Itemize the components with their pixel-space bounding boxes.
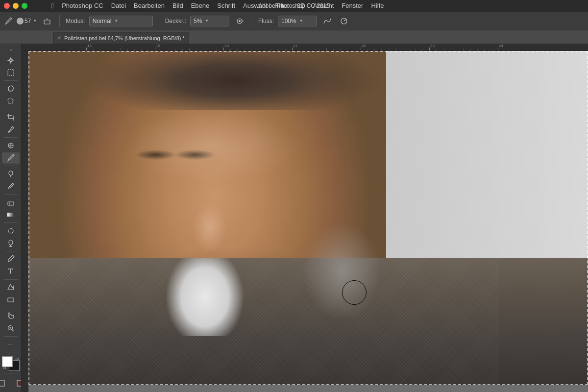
brush-size-chevron[interactable]: ▼ bbox=[33, 19, 37, 23]
swap-colors-icon[interactable]: ⇄ bbox=[15, 357, 19, 362]
document-tab[interactable]: ✕ Polizisten.psd bei 84,7% (Überstrahlun… bbox=[53, 32, 189, 44]
svg-rect-7 bbox=[8, 70, 14, 75]
tool-blur[interactable] bbox=[2, 225, 20, 237]
tool-path-select[interactable] bbox=[2, 282, 20, 294]
canvas-area[interactable] bbox=[28, 51, 588, 385]
tool-separator-9 bbox=[4, 308, 18, 308]
tool-move[interactable] bbox=[2, 54, 20, 66]
tool-separator-11 bbox=[4, 352, 18, 352]
stubble-gray bbox=[303, 222, 381, 320]
tool-separator-10 bbox=[4, 336, 18, 337]
tool-shape[interactable] bbox=[2, 294, 20, 306]
menu-bearbeiten[interactable]: Bearbeiten bbox=[130, 0, 168, 12]
close-button[interactable] bbox=[4, 3, 10, 9]
quick-mask-button[interactable] bbox=[11, 376, 22, 390]
mode-value: Normal bbox=[93, 18, 112, 24]
tool-brush[interactable] bbox=[2, 152, 20, 164]
menu-photoshop[interactable]: Photoshop CC bbox=[58, 0, 107, 12]
tool-separator-6 bbox=[4, 222, 18, 223]
options-bar: 57 ▼ Modus: Normal ▼ Deckkr.: 5% ▼ Fluss… bbox=[0, 12, 588, 30]
svg-line-6 bbox=[344, 19, 346, 21]
tool-text[interactable]: T bbox=[2, 266, 20, 277]
tool-eraser[interactable] bbox=[2, 196, 20, 208]
maximize-button[interactable] bbox=[22, 3, 27, 9]
tool-dodge[interactable] bbox=[2, 237, 20, 249]
flow-value: 100% bbox=[281, 18, 296, 24]
tool-clone[interactable] bbox=[2, 168, 20, 180]
smoothing-button[interactable] bbox=[321, 16, 334, 26]
tool-separator-5 bbox=[4, 194, 18, 195]
flow-dropdown[interactable]: 100% ▼ bbox=[278, 16, 317, 26]
svg-rect-24 bbox=[8, 298, 14, 302]
mode-dropdown[interactable]: Normal ▼ bbox=[89, 16, 153, 26]
flow-chevron: ▼ bbox=[299, 19, 303, 23]
tool-history[interactable] bbox=[2, 180, 20, 192]
tab-close-button[interactable]: ✕ bbox=[57, 35, 61, 41]
flow-label: Fluss: bbox=[258, 18, 274, 24]
tool-gradient[interactable] bbox=[2, 209, 20, 220]
ruler-vertical bbox=[22, 51, 28, 392]
separator-3 bbox=[252, 15, 252, 27]
brush-size-control[interactable]: 57 ▼ bbox=[17, 18, 37, 24]
menu-apple[interactable]:  bbox=[48, 0, 57, 12]
menu-ebene[interactable]: Ebene bbox=[188, 0, 213, 12]
color-swatches[interactable]: ⊟ ⇄ bbox=[2, 356, 20, 371]
menu-bild[interactable]: Bild bbox=[169, 0, 187, 12]
opacity-label: Deckkr.: bbox=[165, 18, 186, 24]
opacity-dropdown[interactable]: 5% ▼ bbox=[190, 16, 229, 26]
separator-1 bbox=[59, 15, 60, 27]
brush-size-value: 57 bbox=[24, 18, 31, 24]
reset-colors-icon[interactable]: ⊟ bbox=[3, 366, 6, 370]
standard-mode-button[interactable] bbox=[0, 376, 10, 390]
opacity-value: 5% bbox=[194, 18, 202, 24]
canvas-content bbox=[28, 51, 588, 385]
angle-button[interactable] bbox=[338, 16, 350, 26]
tool-lasso[interactable] bbox=[2, 83, 20, 95]
brush-tool-icon[interactable] bbox=[4, 17, 13, 25]
svg-point-20 bbox=[8, 228, 13, 233]
document-tab-title: Polizisten.psd bei 84,7% (Überstrahlung,… bbox=[64, 35, 185, 41]
svg-rect-30 bbox=[17, 380, 22, 386]
tool-marquee[interactable] bbox=[2, 67, 20, 79]
toolbox: « bbox=[0, 44, 22, 392]
nose-highlight bbox=[190, 203, 229, 252]
separator-2 bbox=[159, 15, 159, 27]
svg-line-26 bbox=[12, 329, 14, 331]
tool-healing[interactable] bbox=[2, 140, 20, 151]
titlebar:  Photoshop CC Datei Bearbeiten Bild Ebe… bbox=[0, 0, 588, 12]
tool-pen[interactable] bbox=[2, 253, 20, 265]
brush-angle-button[interactable] bbox=[41, 16, 53, 26]
tool-more[interactable]: ··· bbox=[2, 339, 20, 350]
tool-crop[interactable] bbox=[2, 111, 20, 123]
svg-point-12 bbox=[8, 131, 10, 132]
tool-zoom[interactable] bbox=[2, 322, 20, 334]
menu-hilfe[interactable]: Hilfe bbox=[368, 0, 387, 12]
tool-separator-4 bbox=[4, 166, 18, 166]
menu-fenster[interactable]: Fenster bbox=[338, 0, 367, 12]
tool-separator-2 bbox=[4, 109, 18, 109]
text-icon: T bbox=[8, 268, 13, 275]
airbrush-button[interactable] bbox=[233, 16, 246, 26]
menu-bar:  Photoshop CC Datei Bearbeiten Bild Ebe… bbox=[48, 0, 387, 12]
jacket-texture bbox=[28, 258, 499, 385]
tool-separator-1 bbox=[4, 80, 18, 81]
svg-point-21 bbox=[9, 240, 13, 245]
menu-schrift[interactable]: Schrift bbox=[214, 0, 239, 12]
tool-lasso-poly[interactable] bbox=[2, 96, 20, 107]
tool-hand[interactable] bbox=[2, 310, 20, 322]
tool-separator-3 bbox=[4, 137, 18, 138]
svg-point-3 bbox=[239, 20, 241, 22]
menu-datei[interactable]: Datei bbox=[108, 0, 129, 12]
main-area: « bbox=[0, 44, 588, 392]
shirt-collar bbox=[166, 258, 244, 336]
mode-buttons bbox=[0, 376, 22, 390]
collapse-arrows-icon: « bbox=[9, 48, 11, 52]
minimize-button[interactable] bbox=[13, 3, 19, 9]
svg-rect-19 bbox=[7, 213, 14, 217]
tool-eyedropper[interactable] bbox=[2, 124, 20, 136]
mode-label: Modus: bbox=[66, 18, 85, 24]
tab-bar: ✕ Polizisten.psd bei 84,7% (Überstrahlun… bbox=[0, 30, 588, 44]
svg-rect-29 bbox=[0, 380, 4, 386]
tool-separator-8 bbox=[4, 279, 18, 280]
mode-chevron: ▼ bbox=[114, 19, 118, 23]
